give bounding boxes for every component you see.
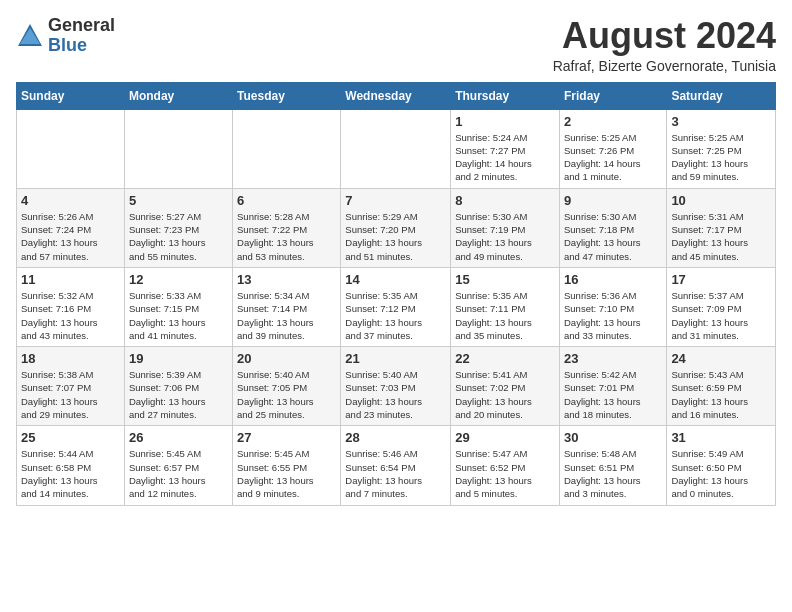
day-info: Sunrise: 5:39 AMSunset: 7:06 PMDaylight:… xyxy=(129,368,228,421)
calendar-cell: 12Sunrise: 5:33 AMSunset: 7:15 PMDayligh… xyxy=(124,267,232,346)
day-number: 6 xyxy=(237,193,336,208)
calendar-cell xyxy=(233,109,341,188)
day-number: 19 xyxy=(129,351,228,366)
day-info: Sunrise: 5:45 AMSunset: 6:57 PMDaylight:… xyxy=(129,447,228,500)
day-info: Sunrise: 5:49 AMSunset: 6:50 PMDaylight:… xyxy=(671,447,771,500)
day-info: Sunrise: 5:44 AMSunset: 6:58 PMDaylight:… xyxy=(21,447,120,500)
day-info: Sunrise: 5:38 AMSunset: 7:07 PMDaylight:… xyxy=(21,368,120,421)
month-year-title: August 2024 xyxy=(553,16,776,56)
day-info: Sunrise: 5:46 AMSunset: 6:54 PMDaylight:… xyxy=(345,447,446,500)
day-number: 9 xyxy=(564,193,662,208)
logo-blue: Blue xyxy=(48,36,115,56)
calendar-cell: 5Sunrise: 5:27 AMSunset: 7:23 PMDaylight… xyxy=(124,188,232,267)
calendar-cell: 30Sunrise: 5:48 AMSunset: 6:51 PMDayligh… xyxy=(559,426,666,505)
calendar-cell: 1Sunrise: 5:24 AMSunset: 7:27 PMDaylight… xyxy=(451,109,560,188)
calendar-cell: 24Sunrise: 5:43 AMSunset: 6:59 PMDayligh… xyxy=(667,347,776,426)
day-info: Sunrise: 5:35 AMSunset: 7:11 PMDaylight:… xyxy=(455,289,555,342)
day-number: 25 xyxy=(21,430,120,445)
day-number: 15 xyxy=(455,272,555,287)
calendar-cell: 7Sunrise: 5:29 AMSunset: 7:20 PMDaylight… xyxy=(341,188,451,267)
calendar-cell: 28Sunrise: 5:46 AMSunset: 6:54 PMDayligh… xyxy=(341,426,451,505)
day-number: 26 xyxy=(129,430,228,445)
calendar-cell: 3Sunrise: 5:25 AMSunset: 7:25 PMDaylight… xyxy=(667,109,776,188)
calendar-cell: 29Sunrise: 5:47 AMSunset: 6:52 PMDayligh… xyxy=(451,426,560,505)
day-number: 27 xyxy=(237,430,336,445)
header-day-monday: Monday xyxy=(124,82,232,109)
day-info: Sunrise: 5:31 AMSunset: 7:17 PMDaylight:… xyxy=(671,210,771,263)
calendar-table: SundayMondayTuesdayWednesdayThursdayFrid… xyxy=(16,82,776,506)
calendar-cell xyxy=(17,109,125,188)
calendar-cell: 10Sunrise: 5:31 AMSunset: 7:17 PMDayligh… xyxy=(667,188,776,267)
day-number: 10 xyxy=(671,193,771,208)
calendar-cell: 18Sunrise: 5:38 AMSunset: 7:07 PMDayligh… xyxy=(17,347,125,426)
day-info: Sunrise: 5:30 AMSunset: 7:19 PMDaylight:… xyxy=(455,210,555,263)
day-number: 29 xyxy=(455,430,555,445)
week-row-4: 25Sunrise: 5:44 AMSunset: 6:58 PMDayligh… xyxy=(17,426,776,505)
day-number: 11 xyxy=(21,272,120,287)
calendar-cell: 2Sunrise: 5:25 AMSunset: 7:26 PMDaylight… xyxy=(559,109,666,188)
day-info: Sunrise: 5:41 AMSunset: 7:02 PMDaylight:… xyxy=(455,368,555,421)
day-number: 7 xyxy=(345,193,446,208)
calendar-cell: 15Sunrise: 5:35 AMSunset: 7:11 PMDayligh… xyxy=(451,267,560,346)
calendar-cell: 17Sunrise: 5:37 AMSunset: 7:09 PMDayligh… xyxy=(667,267,776,346)
day-number: 30 xyxy=(564,430,662,445)
header-day-tuesday: Tuesday xyxy=(233,82,341,109)
day-info: Sunrise: 5:28 AMSunset: 7:22 PMDaylight:… xyxy=(237,210,336,263)
logo-general: General xyxy=(48,16,115,36)
day-number: 14 xyxy=(345,272,446,287)
calendar-cell xyxy=(124,109,232,188)
day-number: 23 xyxy=(564,351,662,366)
day-number: 8 xyxy=(455,193,555,208)
day-info: Sunrise: 5:37 AMSunset: 7:09 PMDaylight:… xyxy=(671,289,771,342)
day-info: Sunrise: 5:35 AMSunset: 7:12 PMDaylight:… xyxy=(345,289,446,342)
day-number: 4 xyxy=(21,193,120,208)
day-info: Sunrise: 5:33 AMSunset: 7:15 PMDaylight:… xyxy=(129,289,228,342)
day-number: 2 xyxy=(564,114,662,129)
day-number: 18 xyxy=(21,351,120,366)
logo-text: General Blue xyxy=(48,16,115,56)
day-info: Sunrise: 5:26 AMSunset: 7:24 PMDaylight:… xyxy=(21,210,120,263)
calendar-cell: 27Sunrise: 5:45 AMSunset: 6:55 PMDayligh… xyxy=(233,426,341,505)
day-number: 1 xyxy=(455,114,555,129)
calendar-cell: 16Sunrise: 5:36 AMSunset: 7:10 PMDayligh… xyxy=(559,267,666,346)
day-number: 21 xyxy=(345,351,446,366)
header-day-wednesday: Wednesday xyxy=(341,82,451,109)
calendar-cell: 20Sunrise: 5:40 AMSunset: 7:05 PMDayligh… xyxy=(233,347,341,426)
header: General Blue August 2024 Rafraf, Bizerte… xyxy=(16,16,776,74)
header-day-friday: Friday xyxy=(559,82,666,109)
day-number: 3 xyxy=(671,114,771,129)
svg-marker-1 xyxy=(20,28,40,44)
calendar-cell: 9Sunrise: 5:30 AMSunset: 7:18 PMDaylight… xyxy=(559,188,666,267)
day-info: Sunrise: 5:42 AMSunset: 7:01 PMDaylight:… xyxy=(564,368,662,421)
day-info: Sunrise: 5:29 AMSunset: 7:20 PMDaylight:… xyxy=(345,210,446,263)
calendar-cell xyxy=(341,109,451,188)
week-row-1: 4Sunrise: 5:26 AMSunset: 7:24 PMDaylight… xyxy=(17,188,776,267)
header-day-saturday: Saturday xyxy=(667,82,776,109)
day-info: Sunrise: 5:24 AMSunset: 7:27 PMDaylight:… xyxy=(455,131,555,184)
calendar-cell: 6Sunrise: 5:28 AMSunset: 7:22 PMDaylight… xyxy=(233,188,341,267)
day-info: Sunrise: 5:43 AMSunset: 6:59 PMDaylight:… xyxy=(671,368,771,421)
calendar-cell: 13Sunrise: 5:34 AMSunset: 7:14 PMDayligh… xyxy=(233,267,341,346)
day-number: 16 xyxy=(564,272,662,287)
day-info: Sunrise: 5:40 AMSunset: 7:05 PMDaylight:… xyxy=(237,368,336,421)
day-info: Sunrise: 5:34 AMSunset: 7:14 PMDaylight:… xyxy=(237,289,336,342)
calendar-cell: 25Sunrise: 5:44 AMSunset: 6:58 PMDayligh… xyxy=(17,426,125,505)
day-info: Sunrise: 5:36 AMSunset: 7:10 PMDaylight:… xyxy=(564,289,662,342)
week-row-3: 18Sunrise: 5:38 AMSunset: 7:07 PMDayligh… xyxy=(17,347,776,426)
day-info: Sunrise: 5:27 AMSunset: 7:23 PMDaylight:… xyxy=(129,210,228,263)
calendar-cell: 22Sunrise: 5:41 AMSunset: 7:02 PMDayligh… xyxy=(451,347,560,426)
title-section: August 2024 Rafraf, Bizerte Governorate,… xyxy=(553,16,776,74)
header-day-sunday: Sunday xyxy=(17,82,125,109)
day-info: Sunrise: 5:32 AMSunset: 7:16 PMDaylight:… xyxy=(21,289,120,342)
calendar-cell: 19Sunrise: 5:39 AMSunset: 7:06 PMDayligh… xyxy=(124,347,232,426)
day-number: 12 xyxy=(129,272,228,287)
location-text: Rafraf, Bizerte Governorate, Tunisia xyxy=(553,58,776,74)
header-row: SundayMondayTuesdayWednesdayThursdayFrid… xyxy=(17,82,776,109)
calendar-cell: 21Sunrise: 5:40 AMSunset: 7:03 PMDayligh… xyxy=(341,347,451,426)
day-number: 24 xyxy=(671,351,771,366)
main-container: General Blue August 2024 Rafraf, Bizerte… xyxy=(0,0,792,514)
day-number: 17 xyxy=(671,272,771,287)
day-info: Sunrise: 5:45 AMSunset: 6:55 PMDaylight:… xyxy=(237,447,336,500)
calendar-cell: 23Sunrise: 5:42 AMSunset: 7:01 PMDayligh… xyxy=(559,347,666,426)
day-number: 5 xyxy=(129,193,228,208)
